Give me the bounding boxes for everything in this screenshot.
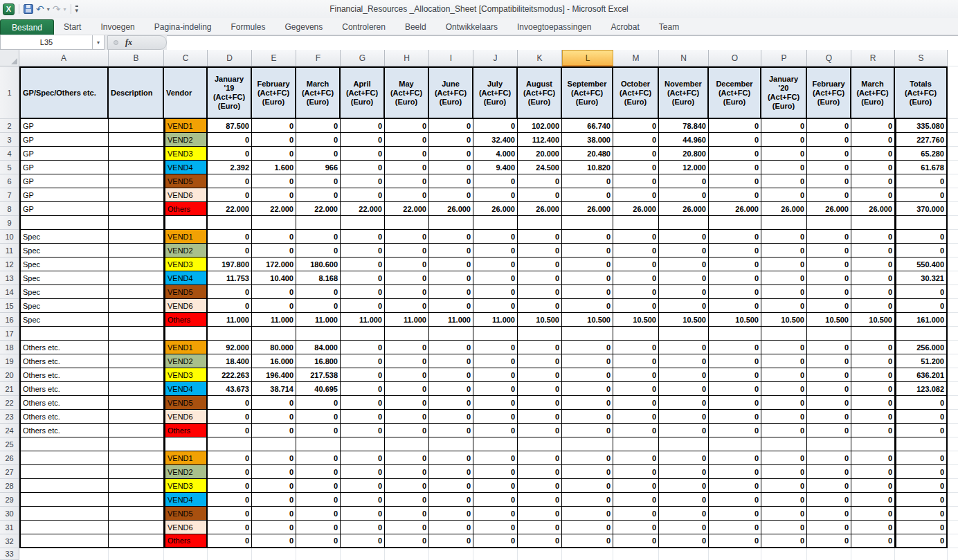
cell-vendor-vend3[interactable]: VEND3 (164, 258, 208, 271)
cell-value[interactable]: 0 (385, 230, 429, 244)
cell-value[interactable]: 0 (851, 299, 895, 313)
cell-category-label[interactable] (19, 507, 109, 521)
cell-outside-grid[interactable] (948, 465, 958, 479)
cell-value[interactable]: 0 (761, 188, 807, 202)
cell-value[interactable]: 0 (807, 354, 851, 368)
row-header-5[interactable]: 5 (0, 161, 19, 174)
cell-value[interactable]: 0 (761, 465, 807, 479)
column-header-I[interactable]: I (429, 50, 473, 66)
cell-value[interactable]: 0 (429, 424, 473, 437)
cell-description[interactable] (109, 354, 164, 368)
cell-blank[interactable] (709, 437, 761, 451)
column-header-E[interactable]: E (252, 50, 296, 66)
tab-acrobat[interactable]: Acrobat (601, 19, 649, 35)
cell-blank[interactable] (385, 437, 429, 451)
cell-category-label[interactable]: Spec (19, 258, 109, 271)
cell-value[interactable]: 0 (208, 451, 252, 465)
cell-empty[interactable] (613, 548, 659, 560)
cell-total[interactable]: 0 (895, 230, 948, 244)
cell-value[interactable]: 0 (613, 299, 659, 313)
cell-value[interactable]: 0 (807, 534, 851, 548)
cell-category-label[interactable]: GP (19, 161, 109, 174)
cell-value[interactable]: 0 (429, 299, 473, 313)
cell-value[interactable]: 87.500 (208, 119, 252, 133)
cell-value[interactable]: 0 (429, 410, 473, 424)
cell-vendor-vend5[interactable]: VEND5 (164, 285, 208, 299)
cell-vendor-vend5[interactable]: VEND5 (164, 507, 208, 521)
cell-value[interactable]: 0 (473, 368, 518, 382)
cell-value[interactable]: 26.000 (709, 202, 761, 216)
cell-value[interactable]: 0 (613, 521, 659, 534)
cell-value[interactable]: 0 (208, 396, 252, 410)
cell-outside-grid[interactable] (948, 341, 958, 354)
cell-value[interactable]: 0 (429, 244, 473, 258)
header-cell-month[interactable]: December (Act+FC) (Euro) (709, 66, 761, 119)
cell-blank[interactable] (429, 327, 473, 341)
row-header-9[interactable]: 9 (0, 216, 19, 230)
cell-total[interactable]: 0 (895, 534, 948, 548)
cell-value[interactable]: 0 (807, 230, 851, 244)
cell-value[interactable]: 0 (562, 285, 613, 299)
cell-value[interactable]: 0 (851, 521, 895, 534)
cell-value[interactable]: 0 (613, 534, 659, 548)
row-header-22[interactable]: 22 (0, 396, 19, 410)
cell-value[interactable]: 172.000 (252, 258, 296, 271)
cell-value[interactable]: 0 (562, 479, 613, 493)
row-header-10[interactable]: 10 (0, 230, 19, 244)
cell-empty[interactable] (473, 548, 518, 560)
cell-value[interactable]: 0 (429, 534, 473, 548)
header-cell-month[interactable]: October (Act+FC) (Euro) (613, 66, 659, 119)
cell-description[interactable] (109, 258, 164, 271)
cell-empty[interactable] (895, 548, 948, 560)
cell-category-label[interactable]: GP (19, 147, 109, 161)
cell-value[interactable]: 0 (296, 119, 341, 133)
cell-blank[interactable] (895, 437, 948, 451)
cell-empty[interactable] (385, 548, 429, 560)
cell-total[interactable]: 256.000 (895, 341, 948, 354)
cell-value[interactable]: 18.400 (208, 354, 252, 368)
cell-blank[interactable] (473, 437, 518, 451)
cell-value[interactable]: 2.392 (208, 161, 252, 174)
cell-outside-grid[interactable] (948, 534, 958, 548)
cell-outside-grid[interactable] (948, 479, 958, 493)
cell-blank[interactable] (659, 327, 709, 341)
cell-value[interactable]: 0 (341, 396, 385, 410)
customize-qat-icon[interactable]: ▾ (75, 6, 79, 13)
cell-value[interactable]: 0 (208, 534, 252, 548)
cell-total[interactable]: 0 (895, 451, 948, 465)
cell-blank[interactable] (109, 327, 164, 341)
cell-value[interactable]: 0 (562, 382, 613, 396)
cell-value[interactable]: 10.500 (761, 313, 807, 327)
cell-value[interactable]: 0 (252, 285, 296, 299)
row-header-15[interactable]: 15 (0, 299, 19, 313)
cell-value[interactable]: 0 (473, 507, 518, 521)
row-header-26[interactable]: 26 (0, 451, 19, 465)
cell-value[interactable]: 0 (807, 507, 851, 521)
cell-category-label[interactable]: GP (19, 188, 109, 202)
cell-description[interactable] (109, 188, 164, 202)
cell-description[interactable] (109, 424, 164, 437)
cell-value[interactable]: 22.000 (252, 202, 296, 216)
cell-value[interactable]: 0 (709, 119, 761, 133)
header-cell-month[interactable]: January '19 (Act+FC) (Euro) (208, 66, 252, 119)
tab-invoegen[interactable]: Invoegen (91, 19, 144, 35)
cell-total[interactable]: 0 (895, 507, 948, 521)
column-header-O[interactable]: O (709, 50, 761, 66)
cell-value[interactable]: 0 (761, 299, 807, 313)
cell-value[interactable]: 11.000 (208, 313, 252, 327)
row-header-2[interactable]: 2 (0, 119, 19, 133)
cell-value[interactable]: 0 (709, 161, 761, 174)
cell-value[interactable]: 0 (208, 479, 252, 493)
cell-value[interactable]: 0 (341, 479, 385, 493)
cell-outside-grid[interactable] (948, 230, 958, 244)
cell-value[interactable]: 112.400 (518, 133, 562, 147)
cell-value[interactable]: 11.000 (385, 313, 429, 327)
cell-value[interactable]: 0 (518, 368, 562, 382)
cell-outside-grid[interactable] (948, 368, 958, 382)
cell-total[interactable]: 123.082 (895, 382, 948, 396)
cell-total[interactable]: 0 (895, 188, 948, 202)
cell-description[interactable] (109, 133, 164, 147)
cell-value[interactable]: 0 (709, 465, 761, 479)
cell-value[interactable]: 0 (807, 410, 851, 424)
cell-blank[interactable] (761, 437, 807, 451)
